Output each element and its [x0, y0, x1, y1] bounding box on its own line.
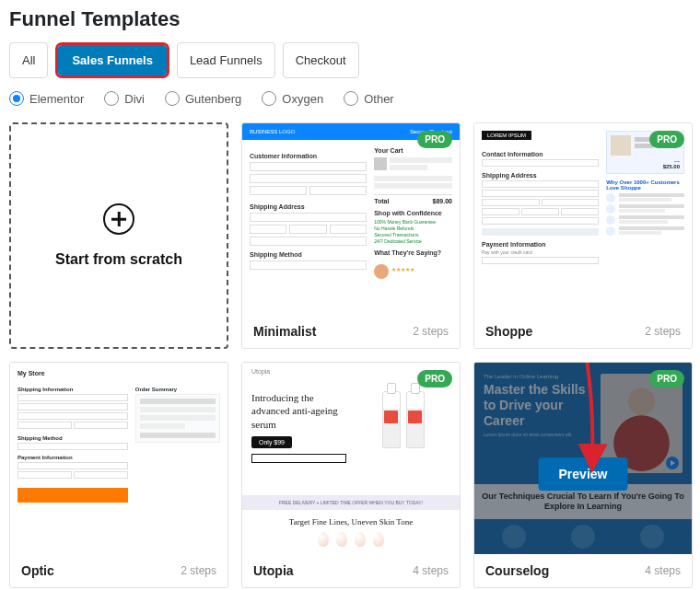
thumb-brand: My Store [18, 370, 220, 376]
template-name: Utopia [253, 563, 294, 578]
thumb-price: $25.00 [611, 164, 680, 169]
thumb-headline: Target Fine Lines, Uneven Skin Tone [250, 517, 452, 526]
template-thumbnail: PRO Utopia Introducing the advanced anti… [242, 363, 460, 554]
radio-divi[interactable]: Divi [104, 91, 145, 106]
thumb-total-label: Total [374, 198, 389, 204]
tab-sales-funnels[interactable]: Sales Funnels [58, 45, 166, 75]
template-card-utopia[interactable]: PRO Utopia Introducing the advanced anti… [241, 362, 461, 588]
template-thumbnail: PRO LOREM IPSUM Contact Information Ship… [474, 123, 692, 315]
preview-button[interactable]: Preview [539, 457, 628, 491]
builder-radio-group: Elementor Divi Gutenberg Oxygen Other [9, 91, 691, 106]
thumb-section: Customer Information [250, 153, 367, 159]
radio-icon [344, 91, 358, 106]
radio-elementor[interactable]: Elementor [9, 91, 84, 106]
thumb-section: Shop with Confidence [374, 210, 452, 216]
radio-icon [165, 91, 180, 106]
thumb-section: What They're Saying? [374, 249, 452, 256]
radio-gutenberg[interactable]: Gutenberg [165, 91, 241, 106]
radio-icon [104, 91, 119, 106]
active-tab-highlight: Sales Funnels [55, 42, 169, 78]
template-thumbnail: My Store Shipping Information Shipping M… [10, 363, 228, 554]
scratch-label: Start from scratch [55, 251, 182, 268]
radio-label: Oxygen [282, 92, 323, 106]
funnel-type-tabs: All Sales Funnels Lead Funnels Checkout [9, 42, 691, 78]
thumb-section: Shipping Information [18, 387, 128, 392]
thumb-section: Payment Information [482, 241, 599, 248]
radio-oxygen[interactable]: Oxygen [262, 91, 323, 106]
thumb-total-value: $89.00 [433, 198, 452, 204]
thumb-section: Shipping Method [250, 251, 367, 258]
thumb-heading: Why Over 1000+ Customers Love Shoppe [606, 179, 684, 191]
thumb-bullet: Secured Transactions [374, 232, 452, 237]
template-card-shoppe[interactable]: PRO LOREM IPSUM Contact Information Ship… [473, 122, 693, 349]
template-steps: 2 steps [413, 325, 449, 338]
thumb-cart-title: Your Cart [374, 147, 452, 154]
pro-badge: PRO [417, 370, 452, 388]
radio-label: Divi [124, 92, 145, 106]
page-title: Funnel Templates [9, 7, 691, 31]
thumb-logo: LOREM IPSUM [482, 131, 531, 140]
radio-label: Elementor [29, 92, 84, 106]
template-steps: 2 steps [645, 325, 681, 338]
thumb-headline: Introducing the advanced anti-ageing ser… [251, 391, 346, 431]
template-thumbnail: PRO The Leader in Online Learning Master… [474, 363, 692, 554]
pro-badge: PRO [649, 370, 684, 388]
thumb-section: Shipping Address [482, 172, 599, 179]
template-steps: 2 steps [181, 564, 216, 577]
thumb-section: Shipping Address [250, 203, 367, 210]
radio-icon [262, 91, 276, 106]
plus-circle-icon [103, 203, 134, 235]
radio-icon [9, 91, 24, 106]
tab-lead-funnels[interactable]: Lead Funnels [177, 42, 275, 78]
template-name: Shoppe [485, 324, 532, 339]
thumb-note: Pay with your credit card [482, 249, 599, 255]
thumb-bullet: No Hassle Refunds [374, 226, 452, 231]
thumb-logo: BUSINESS LOGO [250, 129, 295, 134]
template-card-courselog[interactable]: PRO The Leader in Online Learning Master… [473, 362, 693, 588]
template-card-minimalist[interactable]: PRO BUSINESS LOGO Secure Checkout Custom… [241, 122, 461, 349]
radio-other[interactable]: Other [344, 91, 394, 106]
template-grid: Start from scratch PRO BUSINESS LOGO Sec… [9, 122, 691, 588]
thumb-bullet: 24/7 Dedicated Service [374, 238, 452, 244]
template-card-optic[interactable]: My Store Shipping Information Shipping M… [9, 362, 228, 588]
start-from-scratch-card[interactable]: Start from scratch [9, 122, 228, 349]
tab-checkout[interactable]: Checkout [283, 42, 359, 78]
thumb-section: Shipping Method [18, 435, 128, 441]
radio-label: Gutenberg [185, 92, 241, 106]
template-name: Optic [21, 563, 54, 578]
pro-badge: PRO [649, 131, 684, 148]
radio-label: Other [364, 92, 394, 106]
thumb-price: Only $99 [251, 436, 292, 448]
thumb-section: Payment Information [18, 455, 128, 460]
template-steps: 4 steps [645, 564, 681, 577]
thumb-banner: FREE DELIVERY + LIMITED TIME OFFER WHEN … [242, 495, 460, 510]
template-name: Minimalist [253, 324, 316, 339]
thumb-section: Order Summary [135, 387, 220, 392]
template-thumbnail: PRO BUSINESS LOGO Secure Checkout Custom… [242, 123, 460, 315]
tab-all[interactable]: All [9, 42, 48, 78]
template-steps: 4 steps [413, 564, 449, 577]
pro-badge: PRO [417, 131, 452, 148]
thumb-bullet: 100% Money Back Guarantee [374, 219, 452, 225]
thumb-section: Contact Information [482, 151, 599, 157]
template-name: Courselog [485, 563, 549, 578]
